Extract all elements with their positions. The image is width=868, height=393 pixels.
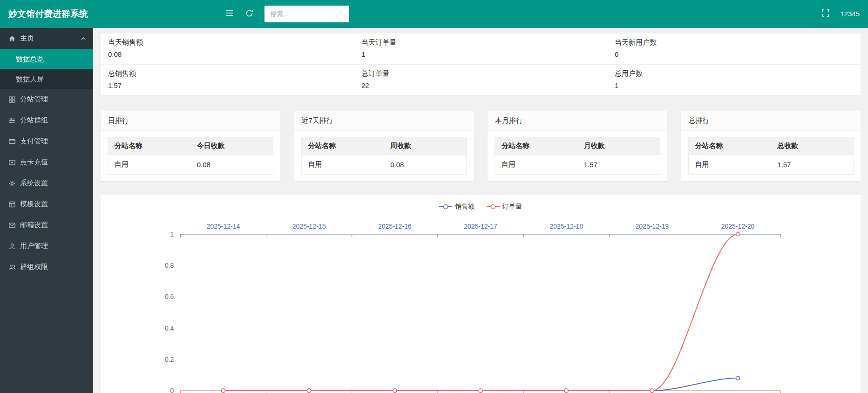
column-header-site: 分站名称 xyxy=(301,137,384,155)
stat-label: 当天新用户数 xyxy=(615,38,861,47)
svg-text:2025-12-19: 2025-12-19 xyxy=(636,223,669,230)
sidebar-item-mail-settings[interactable]: 邮箱设置 xyxy=(0,215,93,236)
users-icon xyxy=(8,264,16,271)
stat-label: 总销售额 xyxy=(108,69,354,78)
ranking-card-daily: 日排行 分站名称 今日收款 自用 0.08 xyxy=(101,111,280,181)
stat-label: 总订单量 xyxy=(361,69,607,78)
cell-amount: 1.57 xyxy=(577,155,660,175)
legend-item[interactable]: 订单量 xyxy=(487,203,522,211)
svg-text:0: 0 xyxy=(170,387,174,393)
stats-row-today: 当天销售额 0.08 当天订单量 1 当天新用户数 0 xyxy=(101,34,861,64)
stats-row-total: 总销售额 1.57 总订单量 22 总用户数 1 xyxy=(101,64,861,95)
username[interactable]: 12345 xyxy=(835,0,868,28)
sidebar-item-label: 群组权限 xyxy=(20,263,48,271)
svg-text:0.6: 0.6 xyxy=(165,293,174,300)
svg-text:2025-12-14: 2025-12-14 xyxy=(207,223,240,230)
ranking-table: 分站名称 总收款 自用 1.57 xyxy=(688,137,854,175)
card-recharge-icon xyxy=(8,159,16,166)
column-header-amount: 周收款 xyxy=(384,137,466,155)
sidebar-submenu: 数据总览 数据大屏 xyxy=(0,49,93,89)
svg-text:2025-12-16: 2025-12-16 xyxy=(378,223,412,230)
column-header-amount: 月收款 xyxy=(577,137,660,155)
refresh-icon xyxy=(245,9,254,20)
cell-amount: 0.08 xyxy=(190,155,273,175)
sidebar-item-label: 邮箱设置 xyxy=(20,221,48,230)
column-header-site: 分站名称 xyxy=(495,137,577,155)
stat-total-sales: 总销售额 1.57 xyxy=(101,69,354,89)
header-search xyxy=(264,6,349,22)
ranking-card-title: 本月排行 xyxy=(488,111,667,131)
stat-total-orders: 总订单量 22 xyxy=(354,69,607,89)
cell-site-name: 自用 xyxy=(108,155,190,175)
refresh-button[interactable] xyxy=(239,0,259,28)
column-header-amount: 总收款 xyxy=(771,137,853,155)
home-icon xyxy=(8,35,16,42)
sidebar-item-data-screen[interactable]: 数据大屏 xyxy=(0,69,93,89)
user-icon xyxy=(8,243,16,250)
svg-text:2025-12-20: 2025-12-20 xyxy=(721,223,755,230)
svg-text:0.8: 0.8 xyxy=(165,262,174,269)
stat-today-sales: 当天销售额 0.08 xyxy=(101,38,354,58)
cell-site-name: 自用 xyxy=(688,155,771,175)
fullscreen-button[interactable] xyxy=(816,0,835,28)
stat-value: 1.57 xyxy=(108,81,354,89)
top-header: 妙文馆付费进群系统 12345 xyxy=(0,0,868,28)
sidebar-item-home[interactable]: 主页 xyxy=(0,28,93,49)
ranking-card-title: 总排行 xyxy=(681,111,861,131)
sidebar-item-substation-groups[interactable]: 分站群组 xyxy=(0,110,93,131)
stat-value: 1 xyxy=(615,81,861,89)
cell-site-name: 自用 xyxy=(301,155,384,175)
search-input[interactable] xyxy=(264,6,349,22)
ranking-card-title: 近7天排行 xyxy=(294,111,474,131)
stat-value: 0 xyxy=(615,50,861,58)
ranking-table: 分站名称 今日收款 自用 0.08 xyxy=(108,137,273,175)
payment-icon xyxy=(8,138,16,145)
sidebar-item-label: 支付管理 xyxy=(20,137,48,146)
stat-today-orders: 当天订单量 1 xyxy=(354,38,607,58)
stat-total-users: 总用户数 1 xyxy=(607,69,861,89)
sidebar-item-template-settings[interactable]: 模板设置 xyxy=(0,194,93,215)
stat-label: 当天销售额 xyxy=(108,38,354,47)
svg-text:0.4: 0.4 xyxy=(165,325,174,332)
sidebar-item-card-recharge[interactable]: 点卡充值 xyxy=(0,152,93,173)
ranking-table: 分站名称 月收款 自用 1.57 xyxy=(495,137,660,175)
sidebar-item-system-settings[interactable]: 系统设置 xyxy=(0,173,93,194)
sidebar-item-substation-manage[interactable]: 分站管理 xyxy=(0,89,93,110)
sidebar: 主页 数据总览 数据大屏 分站管理 分站群组 支付管理 点卡充值 xyxy=(0,28,93,393)
ranking-card-title: 日排行 xyxy=(101,111,280,131)
svg-text:2025-12-15: 2025-12-15 xyxy=(292,223,326,230)
sales-chart-card: 销售额订单量 00.20.40.60.812025-12-142025-12-1… xyxy=(101,195,861,393)
sidebar-item-data-overview[interactable]: 数据总览 xyxy=(0,49,93,69)
sidebar-item-payment-manage[interactable]: 支付管理 xyxy=(0,131,93,152)
sidebar-item-label: 系统设置 xyxy=(20,179,48,188)
main-content: 当天销售额 0.08 当天订单量 1 当天新用户数 0 总销售额 1.57 总订… xyxy=(93,28,868,393)
ranking-card-7days: 近7天排行 分站名称 周收款 自用 0.08 xyxy=(294,111,474,181)
grid-icon xyxy=(8,96,16,103)
svg-text:2025-12-17: 2025-12-17 xyxy=(464,223,497,230)
stat-value: 0.08 xyxy=(108,50,354,58)
template-icon xyxy=(8,201,16,208)
table-row: 自用 1.57 xyxy=(495,155,660,175)
sidebar-group-home: 主页 数据总览 数据大屏 xyxy=(0,28,93,89)
svg-text:1: 1 xyxy=(170,230,174,238)
stat-label: 当天订单量 xyxy=(361,38,607,47)
legend-label: 销售额 xyxy=(455,203,475,211)
chart-legend: 销售额订单量 xyxy=(101,202,861,212)
sidebar-item-label: 点卡充值 xyxy=(20,158,48,167)
sidebar-item-label: 主页 xyxy=(20,34,34,43)
cell-site-name: 自用 xyxy=(495,155,577,175)
legend-label: 订单量 xyxy=(502,203,522,211)
ranking-row: 日排行 分站名称 今日收款 自用 0.08 近7天排行 xyxy=(101,111,861,181)
gear-icon xyxy=(8,180,16,187)
sidebar-item-group-permissions[interactable]: 群组权限 xyxy=(0,257,93,278)
sales-chart: 00.20.40.60.812025-12-142025-12-142025-1… xyxy=(101,215,861,393)
legend-item[interactable]: 销售额 xyxy=(439,203,475,211)
sidebar-item-user-manage[interactable]: 用户管理 xyxy=(0,236,93,257)
table-row: 自用 0.08 xyxy=(108,155,273,175)
sidebar-item-label: 分站管理 xyxy=(20,95,48,104)
stat-value: 22 xyxy=(361,81,607,89)
sidebar-item-label: 用户管理 xyxy=(20,242,48,251)
sidebar-item-label: 分站群组 xyxy=(20,116,48,125)
app-title: 妙文馆付费进群系统 xyxy=(0,8,93,20)
menu-collapse-button[interactable] xyxy=(220,0,239,28)
